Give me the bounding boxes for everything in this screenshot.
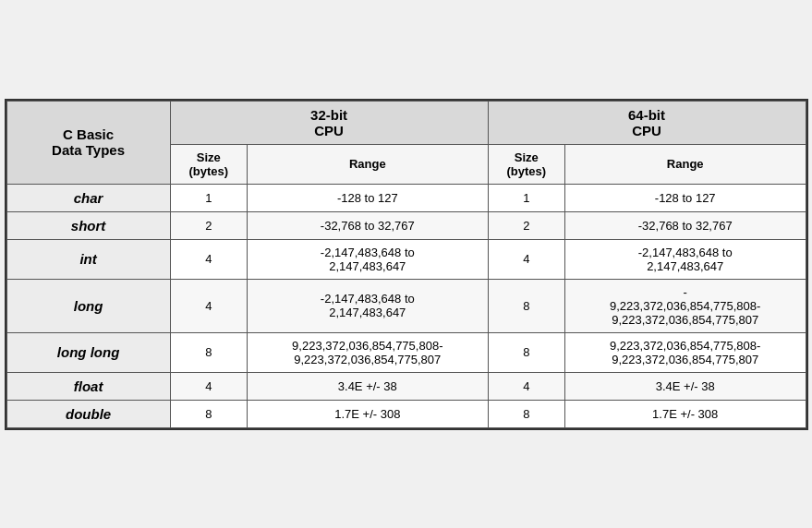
cell-size-32: 8 [170, 332, 247, 372]
header-data-types: C BasicData Types [6, 101, 170, 184]
table-row: int4-2,147,483,648 to 2,147,483,6474-2,1… [6, 239, 806, 279]
cell-size-64: 4 [488, 239, 564, 279]
table-row: short2-32,768 to 32,7672-32,768 to 32,76… [6, 211, 806, 239]
table-row: double81.7E +/- 30881.7E +/- 308 [6, 400, 806, 427]
table-row: long long89,223,372,036,854,775,808- 9,2… [6, 332, 806, 372]
cell-type: char [6, 184, 170, 211]
cell-size-64: 4 [488, 372, 564, 400]
cell-range-32: 1.7E +/- 308 [248, 400, 489, 427]
cell-size-32: 2 [170, 211, 247, 239]
cell-range-32: -2,147,483,648 to 2,147,483,647 [248, 279, 489, 332]
data-types-table: C BasicData Types 32-bitCPU 64-bitCPU Si… [5, 99, 808, 430]
cell-type: float [6, 372, 170, 400]
cell-range-32: -2,147,483,648 to 2,147,483,647 [248, 239, 489, 279]
cell-range-64: - 9,223,372,036,854,775,808- 9,223,372,0… [564, 279, 806, 332]
cell-range-32: 9,223,372,036,854,775,808- 9,223,372,036… [248, 332, 489, 372]
table-row: char1-128 to 1271-128 to 127 [6, 184, 806, 211]
header-32bit: 32-bitCPU [170, 101, 488, 144]
table-row: float43.4E +/- 3843.4E +/- 38 [6, 372, 806, 400]
cell-range-64: 9,223,372,036,854,775,808- 9,223,372,036… [564, 332, 806, 372]
cell-range-64: -128 to 127 [564, 184, 806, 211]
cell-range-64: -2,147,483,648 to 2,147,483,647 [564, 239, 806, 279]
cell-range-64: 3.4E +/- 38 [564, 372, 806, 400]
cell-size-32: 1 [170, 184, 247, 211]
header-range-64: Range [564, 144, 806, 184]
cell-type: int [6, 239, 170, 279]
cell-size-32: 8 [170, 400, 247, 427]
cell-type: short [6, 211, 170, 239]
cell-size-64: 8 [488, 279, 564, 332]
header-range-32: Range [248, 144, 489, 184]
cell-size-64: 8 [488, 400, 564, 427]
cell-size-32: 4 [170, 372, 247, 400]
cell-size-64: 2 [488, 211, 564, 239]
cell-type: double [6, 400, 170, 427]
cell-range-64: 1.7E +/- 308 [564, 400, 806, 427]
header-size-32: Size(bytes) [170, 144, 247, 184]
cell-type: long [6, 279, 170, 332]
cell-range-64: -32,768 to 32,767 [564, 211, 806, 239]
cell-size-64: 1 [488, 184, 564, 211]
main-header-row: C BasicData Types 32-bitCPU 64-bitCPU [6, 101, 806, 144]
cell-size-32: 4 [170, 279, 247, 332]
table-row: long4-2,147,483,648 to 2,147,483,6478- 9… [6, 279, 806, 332]
cell-range-32: -128 to 127 [248, 184, 489, 211]
cell-range-32: -32,768 to 32,767 [248, 211, 489, 239]
cell-type: long long [6, 332, 170, 372]
cell-size-32: 4 [170, 239, 247, 279]
header-64bit: 64-bitCPU [488, 101, 806, 144]
header-size-64: Size(bytes) [488, 144, 564, 184]
cell-size-64: 8 [488, 332, 564, 372]
cell-range-32: 3.4E +/- 38 [248, 372, 489, 400]
